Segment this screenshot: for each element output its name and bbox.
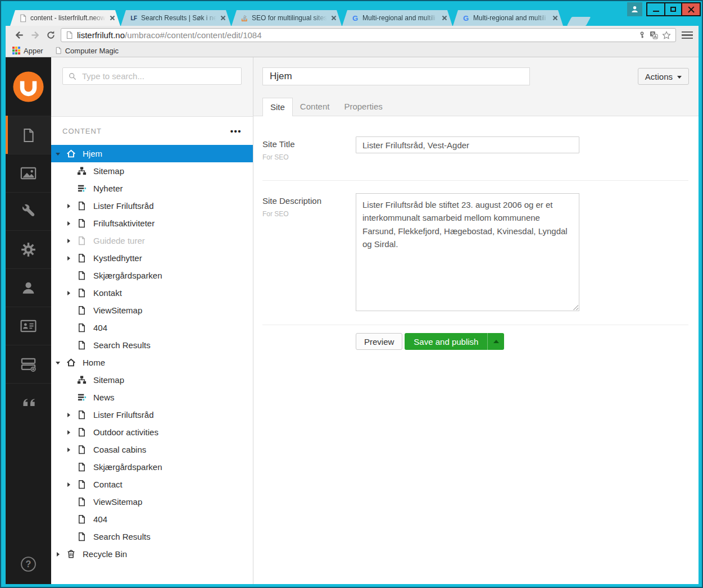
key-icon[interactable] <box>638 31 646 39</box>
expander-caret-icon[interactable] <box>55 551 61 557</box>
tree-node-friluftsaktiviteter[interactable]: Friluftsaktiviteter <box>51 215 253 232</box>
tree-node-label: Outdoor activities <box>93 427 158 437</box>
tree-node-viewsitemap[interactable]: ViewSitemap <box>51 302 253 319</box>
stackoverflow-favicon <box>240 13 249 22</box>
doc-icon <box>76 532 87 542</box>
tree-node-outdoor-activities[interactable]: Outdoor activities <box>51 423 253 441</box>
sidebar-section-translation[interactable] <box>6 383 51 421</box>
browser-tab-search-results-s-k-i-nett[interactable]: LFSearch Results | Søk i nett <box>121 10 231 26</box>
maximize-button[interactable] <box>664 3 681 15</box>
sidebar-section-forms[interactable] <box>6 345 51 383</box>
tree-node-recycle-bin[interactable]: Recycle Bin <box>51 545 253 563</box>
browser-tab-multi-regional-and-multili[interactable]: GMulti-regional and multili <box>453 10 563 26</box>
tree-node-nyheter[interactable]: Nyheter <box>51 180 253 197</box>
close-icon <box>688 6 695 13</box>
sidebar-section-users[interactable] <box>6 268 51 307</box>
tab-close-icon[interactable] <box>220 15 226 21</box>
tree-node-news[interactable]: News <box>51 389 253 406</box>
tree-node-search-results[interactable]: Search Results <box>51 336 253 354</box>
apps-grid-icon <box>12 47 20 54</box>
save-and-publish-button[interactable]: Save and publish <box>405 333 504 350</box>
expander-caret-icon[interactable] <box>66 238 72 244</box>
sidebar-section-content[interactable] <box>6 116 51 154</box>
site-title-input[interactable] <box>356 136 579 153</box>
tree-node-label: Skjærgårdsparken <box>93 271 162 280</box>
tree-node-hjem[interactable]: Hjem <box>51 145 253 162</box>
expander-caret-icon[interactable] <box>66 220 72 226</box>
tab-site[interactable]: Site <box>262 98 293 116</box>
address-bar[interactable]: listerfriluft.no/umbraco#/content/conten… <box>61 28 676 42</box>
tab-close-icon[interactable] <box>330 15 337 21</box>
tree-node-label: Kystledhytter <box>93 253 142 263</box>
tab-close-icon[interactable] <box>441 15 448 21</box>
editor-tab-strip: SiteContentProperties <box>262 98 689 116</box>
expander-caret-icon[interactable] <box>66 412 72 418</box>
tree-node-label: Home <box>83 358 105 367</box>
tree-node-guidede-turer[interactable]: Guidede turer <box>51 232 253 249</box>
doc-icon <box>76 514 87 525</box>
tree-search-box[interactable] <box>62 67 242 85</box>
trash-icon <box>66 549 76 559</box>
tree-node-viewsitemap[interactable]: ViewSitemap <box>51 493 253 510</box>
close-button[interactable] <box>681 3 700 15</box>
bookmark-star-icon[interactable] <box>662 31 671 40</box>
forward-button[interactable] <box>27 28 43 43</box>
tree-options-icon[interactable]: ••• <box>230 126 242 136</box>
tree-node-contact[interactable]: Contact <box>51 476 253 493</box>
browser-tab-multi-regional-and-multili[interactable]: GMulti-regional and multili <box>342 10 452 26</box>
bookmark-apps[interactable]: Apper <box>12 47 43 55</box>
translate-icon[interactable] <box>650 31 658 39</box>
expander-caret-icon[interactable] <box>55 151 61 157</box>
caret-spacer <box>66 342 72 348</box>
browser-tab-content-listerfriluft-neow[interactable]: content - listerfriluft.neow <box>10 10 120 26</box>
search-input[interactable] <box>81 71 235 81</box>
preview-button[interactable]: Preview <box>356 333 402 350</box>
tree-node-404[interactable]: 404 <box>51 319 253 336</box>
tree-node-skj-rg-rdsparken[interactable]: Skjærgårdsparken <box>51 267 253 284</box>
actions-button[interactable]: Actions <box>638 68 689 85</box>
tree-node-label: 404 <box>93 323 107 332</box>
tree-node-search-results[interactable]: Search Results <box>51 528 253 545</box>
browser-toolbar: listerfriluft.no/umbraco#/content/conten… <box>6 26 699 44</box>
expander-caret-icon[interactable] <box>66 481 72 487</box>
picture-icon <box>20 165 37 182</box>
tab-properties[interactable]: Properties <box>337 98 389 116</box>
refresh-button[interactable] <box>43 28 58 43</box>
tab-close-icon[interactable] <box>109 15 116 21</box>
back-button[interactable] <box>11 28 27 43</box>
tree-node-skj-rg-rdsparken[interactable]: Skjærgårdsparken <box>51 458 253 476</box>
expander-caret-icon[interactable] <box>66 255 72 261</box>
tab-close-icon[interactable] <box>552 15 559 21</box>
page-name-input[interactable] <box>262 67 530 85</box>
quotes-icon <box>20 394 37 411</box>
sidebar-section-members[interactable] <box>6 307 51 345</box>
expander-caret-icon[interactable] <box>66 203 72 209</box>
sidebar-section-developer[interactable] <box>6 192 51 230</box>
expander-caret-icon[interactable] <box>66 290 72 296</box>
new-tab-button[interactable] <box>567 17 591 26</box>
publish-options-toggle[interactable] <box>487 333 504 350</box>
expander-caret-icon[interactable] <box>66 446 72 453</box>
sidebar-section-settings[interactable] <box>6 230 51 268</box>
tree-node-kystledhytter[interactable]: Kystledhytter <box>51 249 253 267</box>
site-description-textarea[interactable]: Lister Friluftsråd ble stiftet 23. augus… <box>356 193 579 311</box>
tree-node-lister-friluftsr-d[interactable]: Lister Friluftsråd <box>51 197 253 215</box>
umbraco-logo[interactable] <box>6 57 51 116</box>
sidebar-section-media[interactable] <box>6 154 51 192</box>
expander-caret-icon[interactable] <box>55 359 61 366</box>
tab-content[interactable]: Content <box>293 98 337 116</box>
expander-caret-icon[interactable] <box>66 429 72 435</box>
chrome-menu-icon[interactable] <box>681 31 694 39</box>
browser-tab-seo-for-multilingual-sites[interactable]: SEO for multilingual sites <box>232 10 342 26</box>
tree-node-coasal-cabins[interactable]: Coasal cabins <box>51 441 253 458</box>
help-button[interactable]: ? <box>6 544 51 584</box>
tree-node-404[interactable]: 404 <box>51 510 253 528</box>
tree-node-home[interactable]: Home <box>51 354 253 371</box>
tree-node-lister-friluftsr-d[interactable]: Lister Friluftsråd <box>51 406 253 423</box>
minimize-button[interactable] <box>647 3 664 15</box>
profile-button[interactable] <box>627 2 642 16</box>
tree-node-kontakt[interactable]: Kontakt <box>51 284 253 302</box>
bookmark-computer-magic[interactable]: Computer Magic <box>55 47 119 55</box>
tree-node-sitemap[interactable]: Sitemap <box>51 371 253 389</box>
tree-node-sitemap[interactable]: Sitemap <box>51 162 253 180</box>
